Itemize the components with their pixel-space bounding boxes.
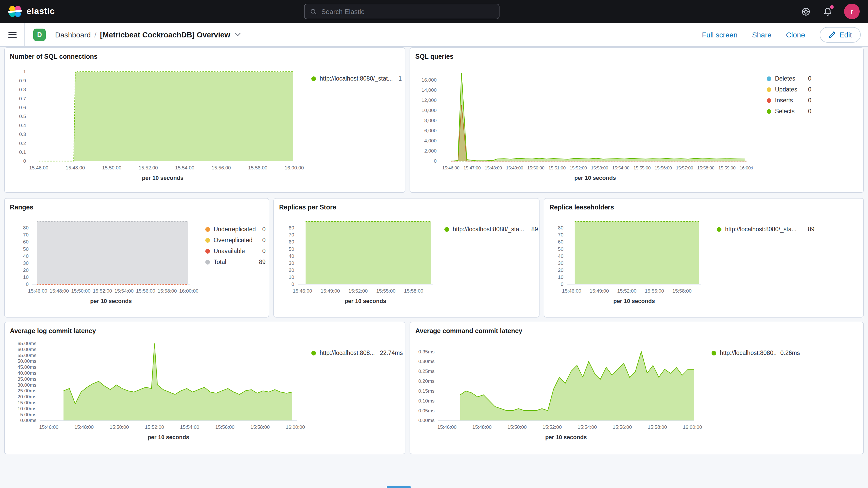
chart-plot-area[interactable]: 00.10.20.30.40.50.60.70.80.9115:46:0015:…: [9, 62, 309, 174]
chart-plot-area[interactable]: 0102030405060708015:46:0015:48:0015:50:0…: [9, 213, 203, 297]
legend-series-dot: [767, 87, 771, 92]
edit-button[interactable]: Edit: [820, 27, 861, 42]
chart-legend: Deletes0Updates0Inserts0Selects0: [767, 62, 811, 115]
svg-text:14,000: 14,000: [422, 87, 437, 93]
svg-text:15.00ms: 15.00ms: [18, 400, 36, 405]
title-menu-button[interactable]: [235, 33, 241, 36]
svg-text:15:46:00: 15:46:00: [562, 288, 581, 294]
clone-button[interactable]: Clone: [786, 30, 805, 39]
svg-text:20: 20: [289, 267, 294, 273]
full-screen-button[interactable]: Full screen: [702, 30, 738, 39]
legend-series-dot: [311, 350, 316, 355]
svg-text:4,000: 4,000: [424, 138, 437, 144]
legend-series-label: Total: [214, 258, 255, 266]
legend-item[interactable]: Unavailable0: [205, 247, 266, 255]
legend-series-label: http://localhost:8080...: [720, 349, 777, 357]
chart-plot-area[interactable]: 0.00ms5.00ms10.00ms15.00ms20.00ms25.00ms…: [9, 337, 309, 433]
svg-text:15:52:00: 15:52:00: [145, 424, 164, 430]
legend-series-value: 0: [262, 237, 266, 244]
chart-legend: http://localhost:8080/_sta...89: [717, 213, 814, 233]
panel-title: Average log commit latency: [5, 322, 405, 337]
legend-series-value: 0: [808, 108, 811, 115]
space-avatar[interactable]: D: [33, 28, 46, 41]
svg-text:70: 70: [558, 232, 563, 238]
svg-text:15:47:00: 15:47:00: [464, 165, 481, 171]
elastic-home-link[interactable]: elastic: [8, 5, 55, 18]
legend-item[interactable]: http://localhost:808...22.74ms: [311, 349, 403, 357]
svg-text:15:58:00: 15:58:00: [648, 424, 667, 430]
svg-text:80: 80: [558, 225, 563, 231]
legend-series-value: 0: [808, 86, 811, 93]
notification-badge: [830, 5, 834, 9]
svg-text:50: 50: [558, 246, 563, 252]
legend-series-label: Selects: [775, 108, 804, 115]
user-avatar[interactable]: r: [844, 4, 860, 19]
legend-item[interactable]: Total89: [205, 258, 266, 266]
legend-series-dot: [444, 227, 449, 232]
legend-item[interactable]: http://localhost:8080/_sta...89: [717, 225, 814, 233]
chart-legend: http://localhost:808...22.74ms: [311, 337, 403, 357]
partial-panel-peek: [387, 486, 411, 488]
svg-text:15:54:00: 15:54:00: [114, 288, 133, 294]
edit-button-label: Edit: [839, 30, 852, 39]
notifications-icon[interactable]: [822, 6, 833, 17]
chart-plot-area[interactable]: 0.00ms0.05ms0.10ms0.15ms0.20ms0.25ms0.30…: [414, 337, 703, 433]
elastic-logo-icon: [8, 5, 22, 18]
svg-text:55.00ms: 55.00ms: [18, 353, 36, 358]
svg-text:0: 0: [23, 158, 26, 164]
global-search[interactable]: [304, 4, 499, 19]
svg-text:40: 40: [558, 253, 563, 259]
chart-plot-area[interactable]: 0102030405060708015:46:0015:49:0015:52:0…: [548, 213, 711, 297]
legend-item[interactable]: Underreplicated0: [205, 225, 266, 233]
x-axis-title: per 10 seconds: [567, 298, 701, 304]
legend-series-value: 0: [808, 97, 811, 104]
svg-text:15:55:00: 15:55:00: [645, 288, 664, 294]
legend-item[interactable]: http://localhost:8080/_sta...89: [444, 225, 538, 233]
svg-text:0.9: 0.9: [19, 78, 26, 84]
panel-title: Number of SQL connections: [5, 48, 405, 62]
panel-average-log-commit-latency: Average log commit latency 0.00ms5.00ms1…: [4, 322, 405, 454]
legend-item[interactable]: Inserts0: [767, 97, 811, 104]
svg-text:15:46:00: 15:46:00: [437, 424, 457, 430]
svg-text:15:49:00: 15:49:00: [321, 288, 340, 294]
svg-text:15:56:00: 15:56:00: [136, 288, 155, 294]
svg-text:10: 10: [558, 274, 563, 280]
svg-text:40.00ms: 40.00ms: [18, 370, 36, 376]
legend-item[interactable]: Overreplicated0: [205, 237, 266, 244]
chart-plot-area[interactable]: 02,0004,0006,0008,00010,00012,00014,0001…: [414, 62, 753, 174]
legend-item[interactable]: http://localhost:8080/_stat...1: [311, 75, 402, 82]
svg-text:0.4: 0.4: [19, 123, 26, 128]
legend-series-label: http://localhost:808...: [320, 349, 376, 357]
chart-plot-area[interactable]: 0102030405060708015:46:0015:49:0015:52:0…: [278, 213, 440, 297]
legend-item[interactable]: Updates0: [767, 86, 811, 93]
breadcrumb-dashboard[interactable]: Dashboard: [55, 30, 91, 39]
legend-item[interactable]: Selects0: [767, 108, 811, 115]
legend-item[interactable]: http://localhost:8080...0.26ms: [712, 349, 800, 357]
legend-item[interactable]: Deletes0: [767, 75, 811, 82]
svg-text:15:54:00: 15:54:00: [612, 165, 629, 171]
svg-text:10: 10: [23, 274, 29, 280]
panel-sql-queries: SQL queries 02,0004,0006,0008,00010,0001…: [410, 47, 864, 193]
svg-text:15:50:00: 15:50:00: [110, 424, 129, 430]
legend-series-value: 0: [808, 75, 811, 82]
share-button[interactable]: Share: [752, 30, 772, 39]
svg-text:15:50:00: 15:50:00: [507, 424, 527, 430]
chart-legend: http://localhost:8080...0.26ms: [712, 337, 800, 357]
svg-text:0.35ms: 0.35ms: [418, 349, 435, 355]
legend-series-label: Overreplicated: [214, 237, 258, 244]
svg-text:15:49:00: 15:49:00: [506, 165, 523, 171]
page-title: [Metricbeat CockroachDB] Overview: [100, 30, 230, 39]
legend-series-label: http://localhost:8080/_sta...: [725, 225, 804, 233]
help-icon[interactable]: [800, 6, 811, 17]
menu-button[interactable]: [0, 23, 25, 46]
brand-name: elastic: [27, 6, 55, 17]
x-axis-title: per 10 seconds: [438, 434, 694, 440]
legend-series-label: http://localhost:8080/_stat...: [320, 75, 395, 82]
legend-series-value: 22.74ms: [380, 349, 403, 357]
legend-series-value: 89: [531, 225, 538, 233]
svg-text:15:52:00: 15:52:00: [348, 288, 368, 294]
svg-text:0: 0: [434, 158, 437, 164]
x-axis-title: per 10 seconds: [30, 175, 296, 181]
search-input[interactable]: [321, 7, 494, 15]
svg-text:16:00:00: 16:00:00: [179, 288, 198, 294]
